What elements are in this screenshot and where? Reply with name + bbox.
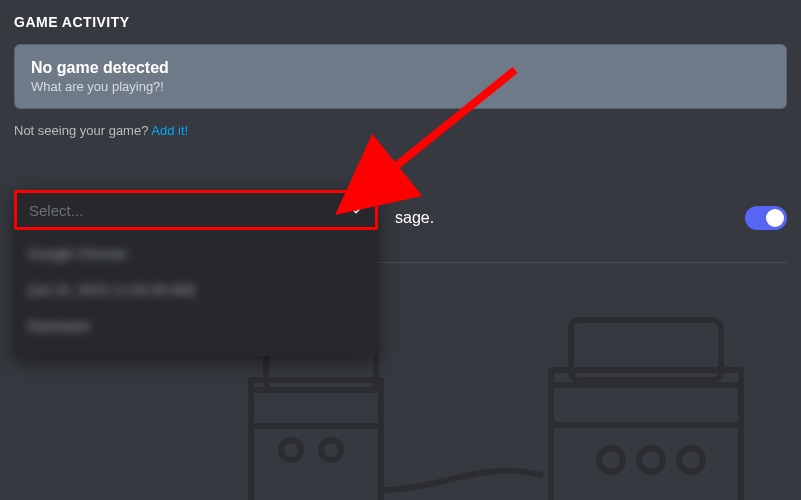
status-toggle[interactable] bbox=[745, 206, 787, 230]
svg-rect-5 bbox=[551, 385, 741, 425]
helper-prefix: Not seeing your game? bbox=[14, 123, 151, 138]
helper-text: Not seeing your game? Add it! bbox=[14, 123, 801, 138]
game-select-trigger[interactable]: Select... bbox=[14, 190, 378, 230]
chevron-down-icon bbox=[349, 203, 363, 217]
svg-rect-1 bbox=[251, 390, 381, 426]
card-subtitle: What are you playing?! bbox=[31, 79, 770, 94]
add-game-link[interactable]: Add it! bbox=[151, 123, 188, 138]
svg-point-8 bbox=[679, 448, 703, 472]
svg-point-6 bbox=[599, 448, 623, 472]
status-row: sage. bbox=[395, 206, 787, 230]
svg-point-2 bbox=[281, 440, 301, 460]
game-option[interactable]: [Jul 15, 2019 11:53:39 AM] bbox=[14, 272, 378, 308]
svg-point-7 bbox=[639, 448, 663, 472]
game-option[interactable]: Easeware bbox=[14, 308, 378, 344]
no-game-card: No game detected What are you playing?! bbox=[14, 44, 787, 109]
status-message-tail: sage. bbox=[395, 209, 434, 227]
svg-rect-4 bbox=[571, 320, 721, 380]
game-option[interactable]: Google Chrome bbox=[14, 236, 378, 272]
game-select-dropdown: Select... Google Chrome [Jul 15, 2019 11… bbox=[14, 190, 378, 356]
select-placeholder: Select... bbox=[29, 202, 83, 219]
card-title: No game detected bbox=[31, 59, 770, 77]
svg-point-3 bbox=[321, 440, 341, 460]
page-title: GAME ACTIVITY bbox=[0, 0, 801, 44]
game-select-options: Google Chrome [Jul 15, 2019 11:53:39 AM]… bbox=[14, 230, 378, 356]
